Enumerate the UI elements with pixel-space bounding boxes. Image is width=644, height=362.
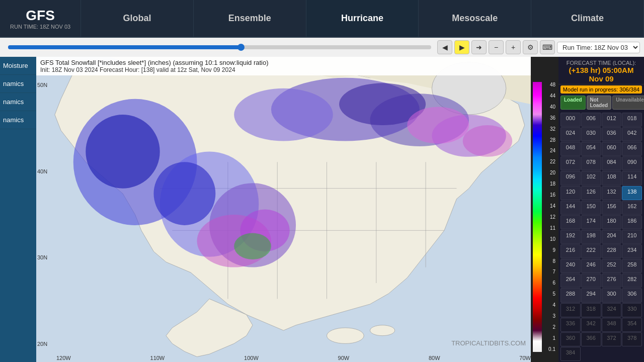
time-cell-300[interactable]: 300 bbox=[602, 288, 622, 302]
time-cell-258[interactable]: 258 bbox=[622, 259, 642, 273]
time-cell-036[interactable]: 036 bbox=[602, 127, 622, 141]
time-cell-252[interactable]: 252 bbox=[602, 259, 622, 273]
time-cell-204[interactable]: 204 bbox=[602, 230, 622, 244]
time-cell-354[interactable]: 354 bbox=[622, 318, 642, 332]
time-cell-366[interactable]: 366 bbox=[581, 332, 601, 346]
back-button[interactable]: ◀ bbox=[437, 40, 452, 54]
time-cell-192[interactable]: 192 bbox=[560, 230, 581, 244]
time-cell-234[interactable]: 234 bbox=[622, 244, 642, 258]
scale-11: 11 bbox=[548, 225, 555, 231]
time-cell-018[interactable]: 018 bbox=[622, 113, 642, 127]
time-cell-168[interactable]: 168 bbox=[560, 215, 581, 229]
forward-button[interactable]: ➜ bbox=[471, 40, 487, 54]
time-cell-294[interactable]: 294 bbox=[581, 288, 601, 302]
keyboard-button[interactable]: ⌨ bbox=[540, 40, 555, 54]
time-cell-282[interactable]: 282 bbox=[622, 274, 642, 288]
time-cell-336[interactable]: 336 bbox=[560, 318, 581, 332]
main-area: Moisture namics namics namics GFS Total … bbox=[0, 57, 644, 362]
time-cell-114[interactable]: 114 bbox=[622, 171, 642, 185]
time-cell-096[interactable]: 096 bbox=[560, 171, 581, 185]
timeline-track[interactable] bbox=[8, 45, 431, 49]
time-cell-246[interactable]: 246 bbox=[581, 259, 601, 273]
scale-18: 18 bbox=[548, 181, 555, 187]
keyboard-icon: ⌨ bbox=[542, 43, 552, 51]
time-cell-198[interactable]: 198 bbox=[581, 230, 601, 244]
time-cell-306[interactable]: 306 bbox=[622, 288, 642, 302]
time-cell-330[interactable]: 330 bbox=[622, 303, 642, 317]
time-cell-216[interactable]: 216 bbox=[560, 244, 581, 258]
time-cell-108[interactable]: 108 bbox=[602, 171, 622, 185]
time-cell-060[interactable]: 060 bbox=[602, 142, 622, 156]
time-cell-210[interactable]: 210 bbox=[622, 230, 642, 244]
time-cell-228[interactable]: 228 bbox=[602, 244, 622, 258]
time-cell-372[interactable]: 372 bbox=[602, 332, 622, 346]
time-cell-012[interactable]: 012 bbox=[602, 113, 622, 127]
time-cell-162[interactable]: 162 bbox=[622, 201, 642, 215]
nav-mesoscale[interactable]: Mesoscale bbox=[419, 0, 531, 37]
time-cell-324[interactable]: 324 bbox=[602, 303, 622, 317]
time-cell-066[interactable]: 066 bbox=[622, 142, 642, 156]
time-cell-048[interactable]: 048 bbox=[560, 142, 581, 156]
time-cell-024[interactable]: 024 bbox=[560, 127, 581, 141]
time-cell-042[interactable]: 042 bbox=[622, 127, 642, 141]
scale-24: 24 bbox=[548, 148, 555, 153]
nav-hurricane[interactable]: Hurricane bbox=[306, 0, 419, 37]
sidebar-dynamics3-label: namics bbox=[3, 116, 24, 124]
time-cell-384[interactable]: 384 bbox=[560, 347, 581, 361]
time-cell-240[interactable]: 240 bbox=[560, 259, 581, 273]
time-cell-180[interactable]: 180 bbox=[602, 215, 622, 229]
lon-110w: 110W bbox=[150, 355, 165, 361]
play-button[interactable]: ▶ bbox=[454, 40, 469, 54]
scale-3: 3 bbox=[548, 313, 555, 319]
minus-button[interactable]: − bbox=[489, 40, 504, 54]
time-cell-000[interactable]: 000 bbox=[560, 113, 581, 127]
sidebar-item-dynamics1[interactable]: namics bbox=[0, 75, 36, 93]
time-cell-264[interactable]: 264 bbox=[560, 274, 581, 288]
time-cell-078[interactable]: 078 bbox=[581, 156, 601, 170]
nav-ensemble-label: Ensemble bbox=[228, 13, 271, 24]
time-cell-030[interactable]: 030 bbox=[581, 127, 601, 141]
time-cell-156[interactable]: 156 bbox=[602, 201, 622, 215]
time-cell-126[interactable]: 126 bbox=[581, 186, 601, 200]
time-cell-342[interactable]: 342 bbox=[581, 318, 601, 332]
time-cell-150[interactable]: 150 bbox=[581, 201, 601, 215]
run-time-label: RUN TIME: 18Z NOV 03 bbox=[10, 24, 70, 30]
time-cell-276[interactable]: 276 bbox=[602, 274, 622, 288]
time-cell-072[interactable]: 072 bbox=[560, 156, 581, 170]
map-title: GFS Total Snowfall [*includes sleet*] (i… bbox=[40, 59, 527, 66]
time-cell-186[interactable]: 186 bbox=[622, 215, 642, 229]
lon-labels: 120W 110W 100W 90W 80W 70W bbox=[56, 355, 531, 361]
run-time-select[interactable]: Run Time: 18Z Nov 03 bbox=[557, 42, 640, 53]
time-cell-138[interactable]: 138 bbox=[622, 186, 642, 200]
time-cell-006[interactable]: 006 bbox=[581, 113, 601, 127]
time-cell-270[interactable]: 270 bbox=[581, 274, 601, 288]
time-cell-312[interactable]: 312 bbox=[560, 303, 581, 317]
nav-global[interactable]: Global bbox=[81, 0, 194, 37]
time-cell-090[interactable]: 090 bbox=[622, 156, 642, 170]
time-cell-120[interactable]: 120 bbox=[560, 186, 581, 200]
nav-climate[interactable]: Climate bbox=[531, 0, 644, 37]
plus-button[interactable]: + bbox=[506, 40, 521, 54]
time-cell-222[interactable]: 222 bbox=[581, 244, 601, 258]
time-cell-084[interactable]: 084 bbox=[602, 156, 622, 170]
sidebar-item-dynamics2[interactable]: namics bbox=[0, 93, 36, 111]
sidebar-item-moisture[interactable]: Moisture bbox=[0, 57, 36, 75]
time-cell-132[interactable]: 132 bbox=[602, 186, 622, 200]
scale-12: 12 bbox=[548, 214, 555, 220]
scale-labels: 48 44 40 36 32 28 24 22 20 18 16 14 12 1… bbox=[548, 82, 555, 352]
time-cell-360[interactable]: 360 bbox=[560, 332, 581, 346]
time-cell-288[interactable]: 288 bbox=[560, 288, 581, 302]
time-cell-144[interactable]: 144 bbox=[560, 201, 581, 215]
sidebar-item-dynamics3[interactable]: namics bbox=[0, 111, 36, 129]
time-cell-378[interactable]: 378 bbox=[622, 332, 642, 346]
time-cell-054[interactable]: 054 bbox=[581, 142, 601, 156]
settings-button[interactable]: ⚙ bbox=[523, 40, 538, 54]
time-cell-348[interactable]: 348 bbox=[602, 318, 622, 332]
svg-point-25 bbox=[463, 125, 512, 157]
scale-1: 1 bbox=[548, 335, 555, 341]
time-cell-174[interactable]: 174 bbox=[581, 215, 601, 229]
nav-ensemble[interactable]: Ensemble bbox=[194, 0, 306, 37]
nav-items: Global Ensemble Hurricane Mesoscale Clim… bbox=[81, 0, 644, 37]
time-cell-102[interactable]: 102 bbox=[581, 171, 601, 185]
time-cell-318[interactable]: 318 bbox=[581, 303, 601, 317]
